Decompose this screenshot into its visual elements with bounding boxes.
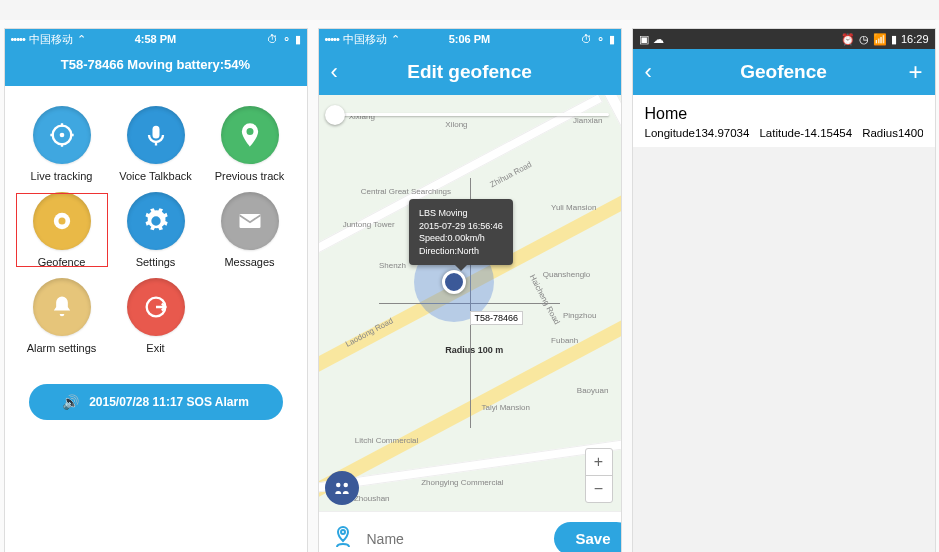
page-title: T58-78466 Moving battery:54%: [5, 49, 307, 86]
bell-icon: [33, 278, 91, 336]
clock: 4:58 PM: [135, 33, 177, 45]
svg-point-7: [336, 483, 341, 488]
mic-icon: [127, 106, 185, 164]
svg-point-4: [58, 218, 65, 225]
eye-icon: [33, 192, 91, 250]
back-button[interactable]: ‹: [645, 59, 652, 85]
geofence-list: Home Longitude134.97034 Latitude-14.1545…: [633, 95, 935, 552]
tile-voice-talkback[interactable]: Voice Talkback: [109, 106, 203, 182]
clock: 5:06 PM: [449, 33, 491, 45]
tile-live-tracking[interactable]: Live tracking: [15, 106, 109, 182]
tile-settings[interactable]: Settings: [109, 192, 203, 268]
speaker-icon: 🔊: [62, 394, 79, 410]
svg-point-8: [343, 483, 348, 488]
exit-icon: [127, 278, 185, 336]
screen-geofence-list: ▣☁ ⏰◷📶▮16:29 ‹ Geofence + Home Longitude…: [632, 28, 936, 552]
signal-icon: •••••: [11, 33, 25, 45]
map-people-icon[interactable]: [325, 471, 359, 505]
footer-bar: Save: [319, 511, 621, 552]
clock: 16:29: [901, 33, 929, 45]
tile-messages[interactable]: Messages: [203, 192, 297, 268]
geofence-name-input[interactable]: [365, 530, 544, 548]
status-bar: ▣☁ ⏰◷📶▮16:29: [633, 29, 935, 49]
tile-alarm-settings[interactable]: Alarm settings: [15, 278, 109, 354]
location-icon: [221, 106, 279, 164]
status-bar: ••••• 中国移动 ⌃ 4:58 PM ⏱⚬▮: [5, 29, 307, 49]
gear-icon: [127, 192, 185, 250]
svg-point-1: [59, 133, 64, 138]
nav-title: Edit geofence: [407, 61, 532, 83]
svg-rect-5: [239, 214, 260, 228]
nav-bar: ‹ Edit geofence: [319, 49, 621, 95]
zoom-out-button[interactable]: −: [586, 476, 612, 502]
sos-alert[interactable]: 🔊 2015/07/28 11:17 SOS Alarm: [29, 384, 283, 420]
item-title: Home: [645, 105, 923, 123]
mail-icon: [221, 192, 279, 250]
screen-edit-geofence: ••••• 中国移动⌃ 5:06 PM ⏱⚬▮ ‹ Edit geofence …: [318, 28, 622, 552]
radius-label: Radius 100 m: [445, 345, 503, 355]
person-pin-icon: [331, 525, 355, 553]
target-icon: [33, 106, 91, 164]
screen-home: ••••• 中国移动 ⌃ 4:58 PM ⏱⚬▮ T58-78466 Movin…: [4, 28, 308, 552]
back-button[interactable]: ‹: [331, 59, 338, 85]
radius-slider[interactable]: [331, 113, 609, 116]
device-id-label: T58-78466: [470, 311, 524, 325]
slider-thumb[interactable]: [325, 105, 345, 125]
zoom-control: + −: [585, 448, 613, 503]
sos-text: 2015/07/28 11:17 SOS Alarm: [89, 395, 249, 409]
device-pin-icon: [442, 270, 466, 294]
tile-exit[interactable]: Exit: [109, 278, 203, 354]
tile-previous-track[interactable]: Previous track: [203, 106, 297, 182]
nav-bar: ‹ Geofence +: [633, 49, 935, 95]
menu-grid: Live tracking Voice Talkback Previous tr…: [5, 86, 307, 364]
nav-title: Geofence: [740, 61, 827, 83]
list-item[interactable]: Home Longitude134.97034 Latitude-14.1545…: [633, 95, 935, 147]
tile-geofence[interactable]: Geofence: [15, 192, 109, 268]
status-bar: ••••• 中国移动⌃ 5:06 PM ⏱⚬▮: [319, 29, 621, 49]
device-tooltip: LBS Moving 2015-07-29 16:56:46 Speed:0.0…: [409, 199, 513, 265]
svg-rect-2: [152, 126, 159, 139]
carrier-label: 中国移动: [29, 32, 73, 47]
save-button[interactable]: Save: [554, 522, 622, 552]
add-button[interactable]: +: [908, 58, 922, 86]
item-meta: Longitude134.97034 Latitude-14.15454 Rad…: [645, 127, 923, 139]
map[interactable]: Xixiang Xilong Jianxian Central Great Se…: [319, 95, 621, 511]
zoom-in-button[interactable]: +: [586, 449, 612, 476]
